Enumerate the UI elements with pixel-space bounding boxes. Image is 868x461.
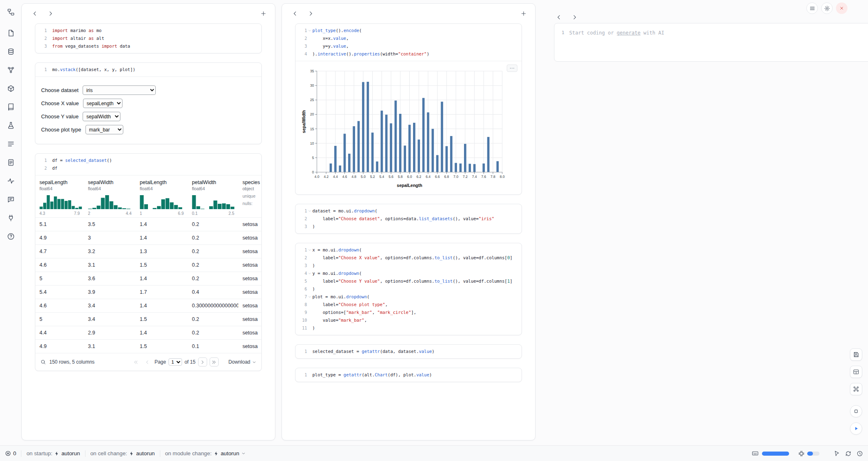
code-text: label="Choose dataset", options=data.lis…: [312, 215, 494, 223]
notebook-cell: 1plot_type = getattr(alt.Chart(df), plot…: [295, 368, 522, 382]
column-header-species[interactable]: speciesobjectuniquenulls:: [238, 179, 261, 217]
middle-cells: 1plot_type().encode(2 x=x.value,3 y=y.va…: [282, 19, 535, 382]
menu-icon: [809, 5, 815, 12]
column-right-button[interactable]: [47, 10, 54, 17]
line-number: 5: [295, 277, 307, 285]
rail-connections-button[interactable]: [5, 212, 17, 224]
table-row[interactable]: 4.63.11.50.2setosa: [35, 258, 261, 272]
page-select[interactable]: 1: [169, 358, 182, 366]
add-cell-button[interactable]: [260, 10, 267, 17]
altair-bar-chart[interactable]: 4.04.24.44.64.85.05.25.45.65.86.06.26.46…: [300, 67, 518, 192]
app-view-icon: [853, 408, 859, 415]
rail-outline-button[interactable]: [5, 6, 17, 18]
line-number: 2: [295, 35, 307, 42]
dataset-select[interactable]: iris: [83, 85, 156, 95]
keyboard-shortcuts-button[interactable]: [850, 383, 862, 395]
memory-usage-bar[interactable]: [762, 452, 789, 456]
table-row[interactable]: 4.931.40.2setosa: [35, 231, 261, 244]
runtime-setting-3[interactable]: on module change:autorun: [165, 450, 246, 456]
app-preview-button[interactable]: [850, 405, 862, 417]
fold-gutter: [47, 27, 52, 35]
svg-text:15: 15: [310, 127, 314, 131]
table-row[interactable]: 5.13.51.40.2setosa: [35, 217, 261, 231]
rail-datasets-button[interactable]: [5, 45, 17, 58]
run-all-button[interactable]: [850, 422, 862, 435]
rail-chat-button[interactable]: [5, 193, 17, 205]
column-header-petalWidth[interactable]: petalWidthfloat640.12.5: [188, 179, 238, 217]
fold-toggle[interactable]: [307, 207, 312, 215]
fold-toggle[interactable]: [307, 246, 312, 254]
cursor-mode-button[interactable]: [833, 450, 840, 457]
sync-button[interactable]: [845, 450, 852, 457]
cpu-usage-bar[interactable]: [807, 452, 820, 456]
rail-documentation-button[interactable]: [5, 156, 17, 168]
notebook-cell: 1dataset = mo.ui.dropdown(2 label="Choos…: [295, 204, 522, 234]
generate-with-ai-link[interactable]: generate: [617, 30, 641, 36]
table-cell: 4.6: [35, 303, 84, 309]
rail-tracebacks-button[interactable]: [5, 175, 17, 187]
cell-editor[interactable]: 1mo.vstack([dataset, x, y, plot]): [35, 63, 261, 76]
column-left-button[interactable]: [556, 14, 562, 21]
table-row[interactable]: 4.73.21.30.2setosa: [35, 244, 261, 258]
table-row[interactable]: 53.61.40.2setosa: [35, 272, 261, 285]
first-page-button[interactable]: [132, 357, 141, 366]
rail-notebooks-button[interactable]: [5, 101, 17, 113]
column-dtype: float64: [140, 186, 184, 191]
fold-toggle[interactable]: [307, 293, 312, 301]
rail-variables-button[interactable]: [5, 64, 17, 76]
flask-icon: [7, 122, 15, 129]
next-page-button[interactable]: [198, 357, 207, 366]
plot-type-select[interactable]: mark_bar: [85, 125, 123, 134]
prev-page-button[interactable]: [143, 357, 152, 366]
table-row[interactable]: 5.43.91.70.4setosa: [35, 285, 261, 299]
column-header-sepalWidth[interactable]: sepalWidthfloat6424.4: [84, 179, 136, 217]
cell-editor[interactable]: 1plot_type().encode(2 x=x.value,3 y=y.va…: [295, 24, 522, 61]
table-row[interactable]: 4.63.41.40.30000000000000004setosa: [35, 299, 261, 312]
runtime-setting-1[interactable]: on startup:autorun: [26, 450, 80, 456]
rail-packages-button[interactable]: [5, 82, 17, 95]
fold-toggle[interactable]: [307, 270, 312, 277]
rail-help-button[interactable]: [5, 230, 17, 242]
chevron-right-icon: [307, 10, 314, 17]
svg-text:sepalLength: sepalLength: [397, 183, 422, 188]
download-button[interactable]: Download: [229, 359, 256, 365]
fold-toggle[interactable]: [307, 27, 312, 35]
line-number: 2: [295, 254, 307, 262]
runtime-setting-2[interactable]: on cell change:autorun: [90, 450, 155, 456]
column-left-button[interactable]: [292, 10, 298, 17]
rail-logs-button[interactable]: [5, 138, 17, 150]
rail-scratchpad-button[interactable]: [5, 119, 17, 131]
column-header-petalLength[interactable]: petalLengthfloat6416.9: [136, 179, 188, 217]
last-page-button[interactable]: [210, 357, 219, 366]
menu-button[interactable]: [806, 2, 818, 14]
table-row[interactable]: 53.41.50.2setosa: [35, 312, 261, 326]
column-right-button[interactable]: [571, 14, 578, 21]
cell-editor[interactable]: 1df = selected_dataset()2df: [35, 154, 261, 175]
save-button[interactable]: [850, 348, 862, 361]
settings-button[interactable]: [821, 2, 833, 14]
history-button[interactable]: [856, 450, 863, 457]
scratchpad-editor[interactable]: 1 Start coding or generate with AI: [554, 23, 868, 62]
shutdown-button[interactable]: [836, 2, 847, 14]
rail-files-button[interactable]: [5, 27, 17, 39]
cell-editor[interactable]: 1selected_dataset = getattr(data, datase…: [295, 345, 522, 358]
column-left-button[interactable]: [32, 10, 38, 17]
column-right-button[interactable]: [307, 10, 314, 17]
keyboard-icon[interactable]: [752, 450, 759, 457]
x-value-select[interactable]: sepalLength: [83, 99, 122, 108]
cell-editor[interactable]: 1plot_type = getattr(alt.Chart(df), plot…: [295, 368, 522, 382]
table-row[interactable]: 4.42.91.40.2setosa: [35, 326, 261, 339]
table-cell: 3.4: [84, 316, 136, 322]
y-value-select[interactable]: sepalWidth: [83, 112, 120, 121]
left-pane-nav: [32, 10, 54, 17]
chart-menu-button[interactable]: [507, 65, 517, 72]
errors-indicator[interactable]: 0: [5, 450, 16, 456]
cell-editor[interactable]: 1dataset = mo.ui.dropdown(2 label="Choos…: [295, 204, 522, 233]
layout-button[interactable]: [850, 366, 862, 378]
cell-editor[interactable]: 1import marimo as mo2import altair as al…: [35, 24, 261, 53]
column-header-sepalLength[interactable]: sepalLengthfloat644.37.9: [35, 179, 84, 217]
cell-editor[interactable]: 1x = mo.ui.dropdown(2 label="Choose X va…: [295, 243, 522, 335]
table-row[interactable]: 4.93.11.50.1setosa: [35, 339, 261, 353]
add-cell-button[interactable]: [520, 10, 527, 17]
chip-icon[interactable]: [798, 450, 805, 457]
